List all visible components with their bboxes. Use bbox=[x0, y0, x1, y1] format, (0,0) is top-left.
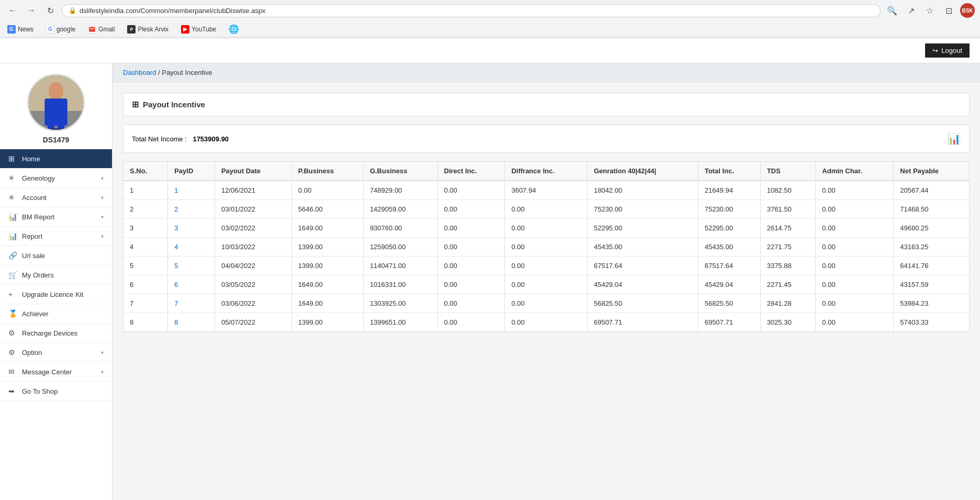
cell-date: 04/04/2022 bbox=[215, 257, 291, 275]
sidebar-avatar bbox=[27, 74, 85, 131]
upgrade-icon: + bbox=[8, 290, 18, 298]
cell-net-payable: 71468.50 bbox=[894, 200, 969, 219]
bookmark-plesk[interactable]: P Plesk Arvix bbox=[125, 24, 171, 35]
sidebar-item-geneology[interactable]: ✳ Geneology ▾ bbox=[0, 169, 112, 188]
col-tds: TDS bbox=[760, 162, 816, 181]
cell-payid[interactable]: 2 bbox=[168, 200, 215, 219]
sidebar-item-upgrade-label: Upgrade Licence Kit bbox=[22, 291, 104, 298]
breadcrumb-dashboard-link[interactable]: Dashboard bbox=[123, 69, 156, 76]
sidebar-item-home[interactable]: ⊞ Home bbox=[0, 149, 112, 169]
report-arrow-icon: ▾ bbox=[101, 234, 104, 239]
cell-net-payable: 43163.25 bbox=[894, 238, 969, 257]
cell-generation: 45429.04 bbox=[587, 275, 698, 294]
cell-net-payable: 53984.23 bbox=[894, 294, 969, 313]
cell-payid[interactable]: 7 bbox=[168, 294, 215, 313]
bookmark-youtube[interactable]: ▶ YouTube bbox=[179, 24, 218, 35]
cell-net-payable: 57403.33 bbox=[894, 313, 969, 332]
cell-diffrance: 0.00 bbox=[505, 257, 588, 275]
sidebar-item-option[interactable]: ⚙ Option ▾ bbox=[0, 343, 112, 362]
bookmark-youtube-label: YouTube bbox=[192, 26, 216, 33]
url-sale-icon: 🔗 bbox=[8, 251, 18, 260]
content-area: ⊞ Payout Incentive Total Net Income : 17… bbox=[112, 82, 980, 343]
sidebar-item-account-label: Account bbox=[22, 194, 97, 202]
logout-button[interactable]: ↪ Logout bbox=[925, 43, 970, 58]
cell-net-payable: 49680.25 bbox=[894, 219, 969, 238]
sidebar-item-message-center[interactable]: ✉ Message Center ▾ bbox=[0, 362, 112, 382]
cell-total-inc: 67517.64 bbox=[698, 257, 760, 275]
cell-payid[interactable]: 4 bbox=[168, 238, 215, 257]
search-icon-btn[interactable]: 🔍 bbox=[885, 3, 899, 18]
sidebar-item-bm-report[interactable]: 📊 BM Report ▾ bbox=[0, 207, 112, 227]
section-title-bar: ⊞ Payout Incentive bbox=[123, 93, 970, 116]
svg-rect-5 bbox=[48, 121, 54, 128]
sidebar-nav: ⊞ Home ✳ Geneology ▾ ✳ Account ▾ 📊 BM Re… bbox=[0, 149, 112, 500]
profile-avatar[interactable]: BSK bbox=[960, 3, 975, 18]
cell-date: 05/07/2022 bbox=[215, 313, 291, 332]
cell-total-inc: 21649.94 bbox=[698, 181, 760, 200]
sidebar-item-go-to-shop[interactable]: ➡ Go To Shop bbox=[0, 382, 112, 401]
go-to-shop-icon: ➡ bbox=[8, 387, 18, 395]
cell-payid[interactable]: 8 bbox=[168, 313, 215, 332]
bm-report-arrow-icon: ▾ bbox=[101, 214, 104, 220]
share-icon-btn[interactable]: ↗ bbox=[904, 3, 918, 18]
export-excel-button[interactable]: 📊 bbox=[948, 132, 961, 145]
cell-diffrance: 0.00 bbox=[505, 238, 588, 257]
extensions-icon-btn[interactable]: ⊡ bbox=[941, 3, 956, 18]
cell-admin: 0.00 bbox=[816, 200, 894, 219]
col-payid: PayID bbox=[168, 162, 215, 181]
bookmark-google[interactable]: G google bbox=[44, 24, 77, 35]
cell-admin: 0.00 bbox=[816, 294, 894, 313]
cell-tds: 2841.28 bbox=[760, 294, 816, 313]
cell-diffrance: 0.00 bbox=[505, 294, 588, 313]
bookmark-google-label: google bbox=[57, 26, 75, 33]
cell-tds: 3025.30 bbox=[760, 313, 816, 332]
address-bar[interactable]: 🔒 dslifestyleindia.com/Common/memberpane… bbox=[62, 4, 881, 17]
cell-sno: 1 bbox=[123, 181, 168, 200]
bookmark-gmail[interactable]: Gmail bbox=[86, 24, 117, 35]
cell-total-inc: 52295.00 bbox=[698, 219, 760, 238]
cell-admin: 0.00 bbox=[816, 238, 894, 257]
sidebar-item-url-sale[interactable]: 🔗 Url sale bbox=[0, 246, 112, 265]
app-layout: DS1479 ⊞ Home ✳ Geneology ▾ ✳ Account ▾ bbox=[0, 63, 980, 500]
account-arrow-icon: ▾ bbox=[101, 195, 104, 201]
cell-pbusiness: 1649.00 bbox=[291, 219, 363, 238]
cell-direct-inc: 0.00 bbox=[437, 200, 505, 219]
geneology-icon: ✳ bbox=[8, 174, 18, 182]
cell-generation: 56825.50 bbox=[587, 294, 698, 313]
sidebar-item-account[interactable]: ✳ Account ▾ bbox=[0, 188, 112, 207]
cell-payid[interactable]: 6 bbox=[168, 275, 215, 294]
cell-admin: 0.00 bbox=[816, 181, 894, 200]
gmail-icon bbox=[88, 25, 96, 34]
table-row: 7 7 03/06/2022 1649.00 1303925.00 0.00 0… bbox=[123, 294, 969, 313]
table-row: 5 5 04/04/2022 1399.00 1140471.00 0.00 0… bbox=[123, 257, 969, 275]
cell-pbusiness: 1649.00 bbox=[291, 294, 363, 313]
total-income-display: Total Net Income : 1753909.90 bbox=[132, 135, 229, 143]
cell-gbusiness: 1399651.00 bbox=[363, 313, 437, 332]
bookmark-icon-btn[interactable]: ☆ bbox=[922, 3, 937, 18]
sidebar-profile: DS1479 bbox=[0, 63, 112, 149]
cell-payid[interactable]: 1 bbox=[168, 181, 215, 200]
sidebar-item-upgrade-licence[interactable]: + Upgrade Licence Kit bbox=[0, 285, 112, 304]
forward-button[interactable]: → bbox=[24, 3, 39, 18]
col-direct-inc: Direct Inc. bbox=[437, 162, 505, 181]
sidebar-item-my-orders[interactable]: 🛒 My Orders bbox=[0, 265, 112, 285]
message-center-icon: ✉ bbox=[8, 368, 18, 376]
bookmark-globe[interactable]: 🌐 bbox=[227, 23, 241, 35]
svg-point-3 bbox=[49, 82, 63, 100]
col-sno: S.No. bbox=[123, 162, 168, 181]
sidebar-item-report[interactable]: 📊 Report ▾ bbox=[0, 227, 112, 246]
sidebar-item-achiever[interactable]: 🏅 Achiever bbox=[0, 304, 112, 324]
cell-date: 03/06/2022 bbox=[215, 294, 291, 313]
back-button[interactable]: ← bbox=[5, 3, 20, 18]
cell-payid[interactable]: 3 bbox=[168, 219, 215, 238]
account-icon: ✳ bbox=[8, 193, 18, 202]
bookmark-news[interactable]: G News bbox=[5, 24, 36, 35]
cell-generation: 52295.00 bbox=[587, 219, 698, 238]
col-generation: Genration 40|42|44| bbox=[587, 162, 698, 181]
sidebar-item-recharge-devices[interactable]: ⚙ Recharge Devices bbox=[0, 324, 112, 343]
reload-button[interactable]: ↻ bbox=[43, 3, 58, 18]
cell-net-payable: 20567.44 bbox=[894, 181, 969, 200]
cell-direct-inc: 0.00 bbox=[437, 219, 505, 238]
cell-generation: 45435.00 bbox=[587, 238, 698, 257]
cell-payid[interactable]: 5 bbox=[168, 257, 215, 275]
